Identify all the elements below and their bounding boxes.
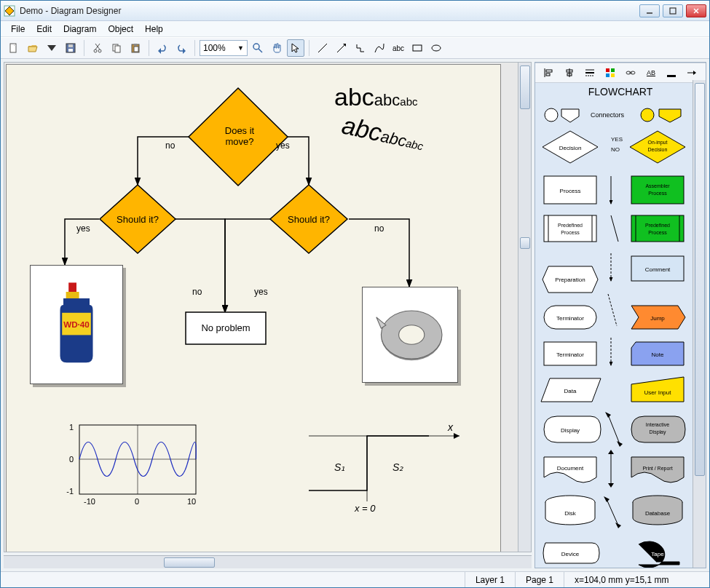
status-coords: x=104,0 mm y=15,1 mm <box>564 572 709 587</box>
line-style-button[interactable] <box>582 65 598 81</box>
svg-text:Terminator: Terminator <box>556 351 584 358</box>
svg-rect-56 <box>546 70 552 72</box>
new-file-button[interactable] <box>5 39 23 57</box>
svg-line-24 <box>259 49 262 52</box>
text-tool-button[interactable]: abc <box>390 39 407 57</box>
svg-text:-10: -10 <box>84 497 95 506</box>
connector-tool-button[interactable] <box>352 39 369 57</box>
menu-help[interactable]: Help <box>139 23 169 36</box>
svg-rect-37 <box>66 292 79 298</box>
svg-text:Database: Database <box>645 510 671 517</box>
open-dropdown-button[interactable] <box>43 39 60 57</box>
svg-rect-64 <box>606 68 610 72</box>
menu-diagram[interactable]: Diagram <box>58 23 102 36</box>
cut-button[interactable] <box>89 39 106 57</box>
x0-label: x = 0 <box>355 503 376 514</box>
pointer-button[interactable] <box>287 39 304 57</box>
s2-label: S₂ <box>393 461 403 473</box>
horizontal-scroll-thumb[interactable] <box>164 557 215 568</box>
svg-marker-54 <box>454 433 459 439</box>
svg-text:1: 1 <box>69 423 74 432</box>
align-left-button[interactable] <box>541 65 557 81</box>
step-function[interactable]: S₁ S₂ x x = 0 <box>305 421 465 516</box>
palette-title: FLOWCHART <box>535 83 706 100</box>
line-color-button[interactable] <box>663 65 679 81</box>
svg-text:0: 0 <box>69 455 74 464</box>
image-ducttape[interactable] <box>362 287 458 383</box>
menu-file[interactable]: File <box>5 23 31 36</box>
edge-no-3: no <box>374 223 384 234</box>
menu-edit[interactable]: Edit <box>31 23 58 36</box>
arrow-style-button[interactable] <box>684 65 700 81</box>
undo-button[interactable] <box>154 39 171 57</box>
decision-3-label: Should it? <box>287 214 331 225</box>
minimize-button[interactable] <box>639 4 660 17</box>
svg-text:Predefined: Predefined <box>558 223 583 228</box>
horizontal-scrollbar[interactable] <box>4 555 532 568</box>
svg-rect-29 <box>413 45 422 51</box>
sine-plot[interactable]: 1 0 -1 -10 0 10 <box>58 421 203 516</box>
palette-toolbar: AB <box>535 63 706 83</box>
svg-rect-67 <box>611 74 615 77</box>
status-page: Page 1 <box>515 572 564 587</box>
window-title: Demo - Diagram Designer <box>20 6 639 16</box>
menu-object[interactable]: Object <box>102 23 139 36</box>
svg-point-42 <box>399 325 425 344</box>
svg-line-125 <box>608 415 620 444</box>
arrow-tool-button[interactable] <box>333 39 350 57</box>
svg-line-137 <box>607 499 618 525</box>
svg-marker-21 <box>158 48 161 54</box>
canvas-scroll[interactable]: Does it move? Should it? Should it? No p… <box>4 62 532 552</box>
paste-button[interactable] <box>127 39 144 57</box>
ellipse-tool-button[interactable] <box>427 39 445 57</box>
palette-scroll-thumb[interactable] <box>695 83 705 476</box>
maximize-button[interactable] <box>663 4 683 17</box>
s1-label: S₁ <box>334 461 345 473</box>
svg-marker-22 <box>183 48 186 54</box>
splitter-handle[interactable] <box>520 237 530 249</box>
align-center-button[interactable] <box>561 65 577 81</box>
copy-button[interactable] <box>108 39 125 57</box>
pan-button[interactable] <box>268 39 285 57</box>
zoom-value: 100% <box>203 43 226 53</box>
text-sample-1[interactable]: abcabcabc <box>334 83 418 111</box>
vertical-scroll-thumb[interactable] <box>520 65 530 109</box>
zoom-select[interactable]: 100%▼ <box>200 40 248 56</box>
magnifier-button[interactable] <box>249 39 267 57</box>
svg-text:Decision: Decision <box>648 147 668 152</box>
svg-marker-25 <box>292 44 299 52</box>
svg-marker-126 <box>605 412 611 418</box>
redo-button[interactable] <box>173 39 190 57</box>
rect-tool-button[interactable] <box>409 39 426 57</box>
svg-rect-57 <box>546 74 550 76</box>
svg-text:Process: Process <box>648 230 667 235</box>
save-button[interactable] <box>62 39 79 57</box>
line-tool-button[interactable] <box>314 39 331 57</box>
svg-text:Disk: Disk <box>564 510 577 517</box>
svg-marker-138 <box>604 496 610 502</box>
svg-marker-73 <box>693 71 696 75</box>
text-format-button[interactable]: AB <box>643 65 659 81</box>
app-icon <box>4 5 15 17</box>
palette: AB FLOWCHART Connectors Decision YES <box>535 62 706 568</box>
close-button[interactable] <box>686 4 706 17</box>
fill-color-button[interactable] <box>602 65 618 81</box>
link-button[interactable] <box>623 65 639 81</box>
noproblem-label: No problem <box>196 322 256 333</box>
menubar: File Edit Diagram Object Help <box>1 21 709 37</box>
svg-marker-139 <box>615 523 621 528</box>
open-file-button[interactable] <box>24 39 42 57</box>
svg-point-14 <box>94 49 97 52</box>
svg-text:Process: Process <box>560 188 581 194</box>
edge-yes-2: yes <box>76 223 90 234</box>
image-wd40[interactable]: WD·40 <box>30 265 123 384</box>
svg-text:Preparation: Preparation <box>555 277 585 283</box>
svg-text:0: 0 <box>135 497 139 506</box>
curve-tool-button[interactable] <box>371 39 388 57</box>
svg-line-102 <box>611 215 618 242</box>
vertical-scrollbar[interactable] <box>518 63 531 552</box>
canvas[interactable]: Does it move? Should it? Should it? No p… <box>6 64 501 552</box>
svg-text:Tape: Tape <box>651 551 664 557</box>
palette-scrollbar[interactable] <box>693 80 706 568</box>
decision-1-label: Does it move? <box>218 125 261 147</box>
